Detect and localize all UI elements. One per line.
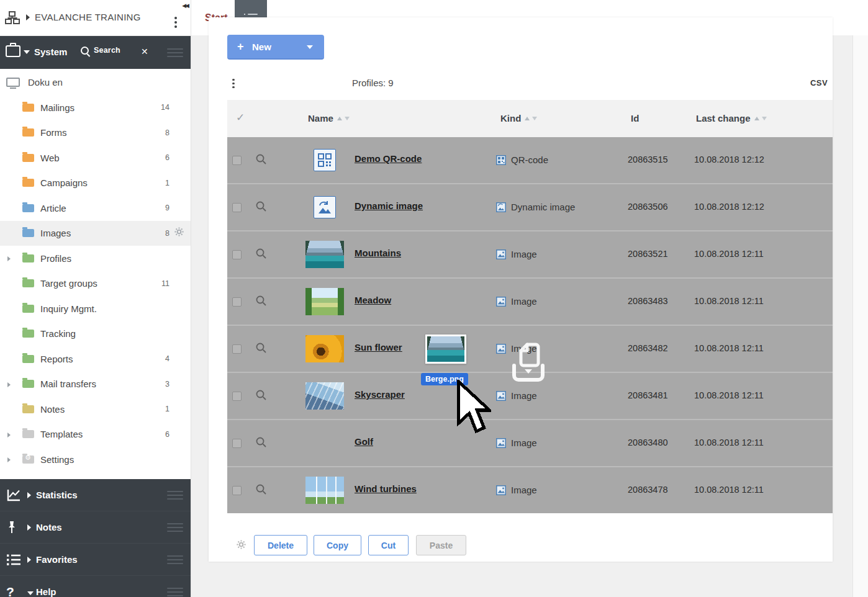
sidebar-item-web[interactable]: Web6 bbox=[0, 145, 191, 171]
sidebar-item-settings[interactable]: Settings bbox=[0, 447, 191, 472]
thumbnail-cell bbox=[305, 288, 345, 315]
expand-arrow-icon[interactable] bbox=[27, 554, 36, 565]
sidebar-item-notes[interactable]: Notes1 bbox=[0, 397, 191, 422]
row-checkbox[interactable] bbox=[232, 344, 242, 354]
expand-arrow-icon[interactable] bbox=[7, 429, 15, 440]
preview-magnifier-icon[interactable] bbox=[255, 436, 268, 451]
footer-gear-icon[interactable] bbox=[236, 539, 246, 552]
copy-button[interactable]: Copy bbox=[314, 535, 361, 555]
sort-arrows-icon[interactable] bbox=[525, 117, 537, 120]
expand-arrow-icon[interactable] bbox=[27, 586, 36, 597]
expand-arrow-icon[interactable] bbox=[27, 490, 36, 501]
sidebar-item-templates[interactable]: Templates6 bbox=[0, 422, 191, 447]
section-menu-icon[interactable] bbox=[167, 585, 183, 597]
sidebar-item-mail-transfers[interactable]: Mail transfers3 bbox=[0, 372, 191, 397]
preview-magnifier-icon[interactable] bbox=[255, 153, 268, 168]
folder-icon bbox=[22, 154, 34, 162]
preview-magnifier-icon[interactable] bbox=[255, 483, 268, 498]
tree-root-item[interactable]: Doku en bbox=[0, 69, 191, 95]
list-options-icon[interactable] bbox=[232, 77, 235, 90]
sidebar-item-forms[interactable]: Forms8 bbox=[0, 120, 191, 146]
preview-magnifier-icon[interactable] bbox=[255, 200, 268, 215]
row-checkbox[interactable] bbox=[232, 392, 242, 401]
sidebar-section-favorites[interactable]: Favorites bbox=[0, 543, 191, 575]
table-row[interactable]: GolfImage2086348010.08.2018 12:11 bbox=[227, 419, 833, 466]
section-menu-icon[interactable] bbox=[167, 521, 183, 534]
sidebar-item-images[interactable]: Images8 bbox=[0, 221, 191, 246]
expand-arrow-icon[interactable] bbox=[27, 522, 36, 533]
new-dropdown-caret-icon[interactable] bbox=[307, 45, 313, 49]
image-thumbnail bbox=[305, 288, 344, 315]
table-row[interactable]: MountainsImage2086352110.08.2018 12:11 bbox=[227, 230, 833, 277]
table-row[interactable]: Demo QR-codeQR-code2086351510.08.2018 12… bbox=[227, 137, 833, 183]
sidebar-item-label: Article bbox=[40, 203, 152, 213]
table-row[interactable]: Dynamic imageDynamic image2086350610.08.… bbox=[227, 183, 833, 230]
section-label: Statistics bbox=[36, 490, 167, 500]
sidebar-section-help[interactable]: ?Help bbox=[0, 575, 191, 597]
row-checkbox[interactable] bbox=[232, 486, 242, 495]
item-count-badge: 1 bbox=[152, 405, 170, 413]
expand-arrow-icon[interactable] bbox=[7, 253, 15, 264]
expand-arrow-icon[interactable] bbox=[7, 379, 15, 390]
row-checkbox[interactable] bbox=[232, 156, 242, 165]
thumbnail-cell bbox=[305, 194, 345, 221]
table-row[interactable]: Wind turbinesImage2086347810.08.2018 12:… bbox=[227, 466, 833, 513]
new-button[interactable]: + New bbox=[227, 35, 324, 60]
row-name-link[interactable]: Golf bbox=[355, 436, 373, 447]
account-expand-arrow-icon[interactable] bbox=[26, 14, 30, 20]
column-header-id[interactable]: Id bbox=[631, 113, 639, 123]
row-name-link[interactable]: Wind turbines bbox=[355, 483, 417, 494]
sidebar-item-mailings[interactable]: Mailings14 bbox=[0, 95, 191, 120]
section-menu-icon[interactable] bbox=[167, 488, 183, 502]
sidebar-item-campaigns[interactable]: Campaigns1 bbox=[0, 171, 191, 196]
delete-button[interactable]: Delete bbox=[254, 535, 307, 555]
clear-search-icon[interactable]: ✕ bbox=[141, 47, 148, 56]
preview-magnifier-icon[interactable] bbox=[255, 342, 268, 357]
sidebar-item-profiles[interactable]: Profiles bbox=[0, 246, 191, 271]
sidebar-section-statistics[interactable]: Statistics bbox=[0, 479, 191, 511]
row-name-link[interactable]: Dynamic image bbox=[355, 200, 423, 211]
table-row[interactable]: MeadowImage2086348310.08.2018 12:11 bbox=[227, 277, 833, 325]
collapse-sidebar-icon[interactable]: ◀◀ bbox=[182, 2, 188, 9]
csv-export-link[interactable]: CSV bbox=[810, 78, 828, 88]
system-menu-icon[interactable] bbox=[167, 46, 183, 60]
sidebar-item-inquiry-mgmt[interactable]: Inquiry Mgmt. bbox=[0, 296, 191, 321]
row-checkbox[interactable] bbox=[232, 439, 242, 448]
row-name-link[interactable]: Sun flower bbox=[355, 342, 402, 352]
sidebar-item-label: Notes bbox=[40, 404, 152, 415]
row-checkbox[interactable] bbox=[232, 250, 242, 259]
select-all-icon[interactable]: ✓ bbox=[236, 111, 245, 124]
column-header-name[interactable]: Name bbox=[308, 113, 350, 123]
window-scroll-gutter[interactable] bbox=[852, 35, 868, 597]
account-name[interactable]: EVALANCHE TRAINING bbox=[35, 12, 141, 22]
row-name-link[interactable]: Demo QR-code bbox=[355, 153, 422, 164]
sort-arrows-icon[interactable] bbox=[337, 117, 350, 120]
system-selector[interactable]: System bbox=[24, 47, 67, 57]
row-name-link[interactable]: Skyscraper bbox=[355, 389, 405, 400]
row-checkbox[interactable] bbox=[232, 297, 242, 307]
sidebar-item-target-groups[interactable]: Target groups11 bbox=[0, 271, 191, 297]
row-checkbox[interactable] bbox=[232, 203, 242, 212]
cut-button[interactable]: Cut bbox=[368, 535, 409, 555]
sidebar-section-notes[interactable]: Notes bbox=[0, 511, 191, 543]
sidebar-item-tracking[interactable]: Tracking bbox=[0, 321, 191, 347]
list-panel: + New Profiles: 9 CSV ✓ Name Kind Id Las… bbox=[209, 17, 833, 562]
sidebar-item-reports[interactable]: Reports4 bbox=[0, 346, 191, 372]
preview-magnifier-icon[interactable] bbox=[255, 295, 268, 310]
preview-magnifier-icon[interactable] bbox=[255, 389, 268, 404]
sidebar-item-label: Campaigns bbox=[40, 177, 152, 188]
preview-magnifier-icon[interactable] bbox=[255, 248, 268, 263]
row-name-link[interactable]: Mountains bbox=[355, 248, 401, 258]
row-last-change: 10.08.2018 12:11 bbox=[694, 296, 764, 306]
gear-icon[interactable] bbox=[172, 227, 186, 240]
sidebar-item-article[interactable]: Article9 bbox=[0, 195, 191, 221]
sort-arrows-icon[interactable] bbox=[754, 117, 767, 120]
row-name-link[interactable]: Meadow bbox=[355, 295, 391, 305]
section-menu-icon[interactable] bbox=[167, 553, 183, 567]
account-menu-icon[interactable] bbox=[174, 15, 177, 30]
column-header-last-change[interactable]: Last change bbox=[696, 113, 767, 123]
main-area: Start + New Profiles: 9 CSV ✓ Name Kind bbox=[191, 0, 868, 597]
search-input[interactable]: Search bbox=[81, 46, 120, 55]
expand-arrow-icon[interactable] bbox=[7, 454, 15, 465]
column-header-kind[interactable]: Kind bbox=[500, 113, 537, 123]
